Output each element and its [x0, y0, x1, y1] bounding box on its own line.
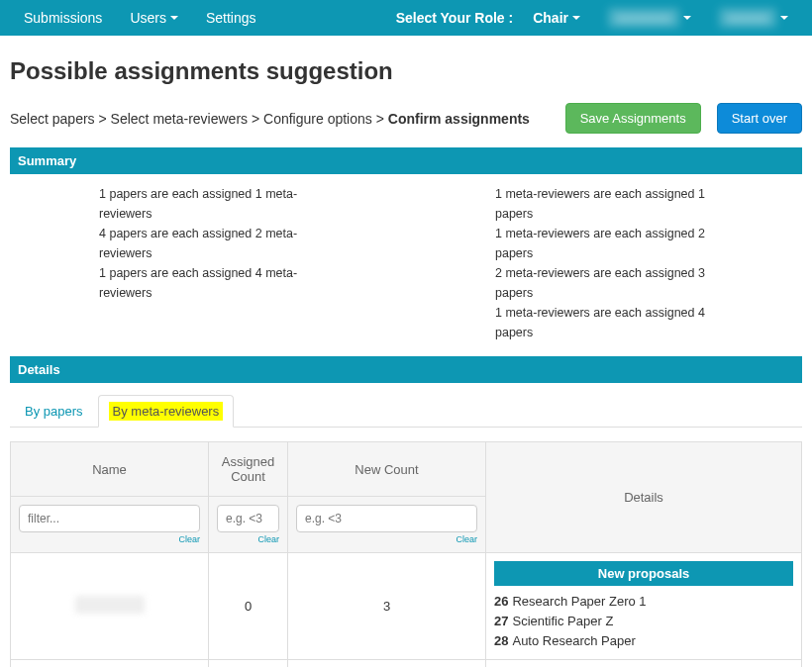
paper-title: Research Paper Zero 1 — [512, 594, 646, 609]
summary-line: 1 papers are each assigned 4 meta-review… — [99, 263, 347, 303]
filter-name-input[interactable] — [19, 505, 200, 532]
paper-line: 26Research Paper Zero 1 — [494, 592, 793, 612]
new-proposals-bar: New proposals — [494, 561, 793, 586]
tab-by-papers[interactable]: By papers — [10, 395, 98, 428]
crumb-select-reviewers[interactable]: Select meta-reviewers — [111, 111, 249, 127]
conference-name: xxxxxxxx — [608, 8, 679, 28]
col-details: Details — [486, 442, 802, 553]
details-cell: New proposals26Research Paper Zero 127Sc… — [486, 553, 802, 660]
summary-body: 1 papers are each assigned 1 meta-review… — [10, 174, 802, 352]
chevron-down-icon — [170, 16, 178, 20]
summary-line: 1 meta-reviewers are each assigned 4 pap… — [495, 303, 743, 342]
filter-new-input[interactable] — [296, 505, 477, 532]
nav-users[interactable]: Users — [116, 2, 192, 34]
tab-by-meta-reviewers[interactable]: By meta-reviewers — [98, 395, 235, 428]
details-cell: New proposals24Research Paper 125Researc… — [486, 660, 802, 668]
crumb-confirm-assignments: Confirm assignments — [388, 111, 530, 127]
role-dropdown[interactable]: Chair — [519, 2, 594, 34]
table-row: 03New proposals26Research Paper Zero 127… — [11, 553, 802, 660]
clear-name-filter[interactable]: Clear — [178, 534, 200, 544]
nav-submissions[interactable]: Submissions — [10, 2, 116, 34]
clear-assigned-filter[interactable]: Clear — [257, 534, 279, 544]
nav-settings[interactable]: Settings — [192, 2, 270, 34]
tabs: By papers By meta-reviewers — [10, 395, 802, 428]
summary-line: 4 papers are each assigned 2 meta-review… — [99, 224, 347, 263]
summary-line: 1 meta-reviewers are each assigned 1 pap… — [495, 184, 743, 224]
clear-new-filter[interactable]: Clear — [456, 534, 477, 544]
summary-line: 1 papers are each assigned 1 meta-review… — [99, 184, 347, 224]
col-assigned-count: Assigned Count — [209, 442, 288, 497]
redacted-name — [75, 596, 145, 614]
paper-number: 26 — [494, 594, 508, 609]
paper-title: Auto Research Paper — [512, 633, 635, 648]
breadcrumb: Select papers > Select meta-reviewers > … — [10, 111, 530, 127]
top-nav: Submissions Users Settings Select Your R… — [0, 0, 812, 36]
paper-title: Scientific Paper Z — [512, 614, 613, 628]
paper-number: 28 — [494, 633, 508, 648]
new-count-cell: 3 — [288, 553, 486, 660]
filter-assigned-input[interactable] — [217, 505, 279, 532]
reviewer-name-cell — [11, 553, 209, 660]
paper-line: 28Auto Research Paper — [494, 631, 793, 651]
summary-header: Summary — [10, 147, 802, 174]
user-dropdown[interactable]: xxxxxx — [705, 0, 802, 36]
crumb-configure-options[interactable]: Configure options — [263, 111, 372, 127]
assigned-count-cell: 0 — [209, 660, 288, 668]
new-count-cell: 4 — [288, 660, 486, 668]
chevron-down-icon — [683, 16, 691, 20]
chevron-down-icon — [780, 16, 788, 20]
reviewer-name-cell: John Doe — [11, 660, 209, 668]
crumb-select-papers[interactable]: Select papers — [10, 111, 95, 127]
start-over-button[interactable]: Start over — [717, 103, 802, 134]
role-value: Chair — [533, 10, 568, 26]
save-assignments-button[interactable]: Save Assignments — [565, 103, 701, 134]
col-new-count: New Count — [288, 442, 486, 497]
chevron-down-icon — [572, 16, 580, 20]
role-label: Select Your Role : — [390, 10, 520, 26]
user-name: xxxxxx — [719, 8, 776, 28]
col-name: Name — [11, 442, 209, 497]
table-row: John Doe04New proposals24Research Paper … — [11, 660, 802, 668]
assigned-count-cell: 0 — [209, 553, 288, 660]
assignments-table: Name Assigned Count New Count Details Cl… — [10, 441, 802, 667]
page-title: Possible assignments suggestion — [10, 57, 802, 85]
conference-dropdown[interactable]: xxxxxxxx — [594, 0, 705, 36]
summary-line: 1 meta-reviewers are each assigned 2 pap… — [495, 224, 743, 263]
paper-line: 27Scientific Paper Z — [494, 612, 793, 631]
paper-number: 27 — [494, 614, 508, 628]
details-header: Details — [10, 356, 802, 383]
tab-by-meta-reviewers-label: By meta-reviewers — [109, 402, 224, 421]
nav-users-label: Users — [130, 10, 166, 26]
summary-line: 2 meta-reviewers are each assigned 3 pap… — [495, 263, 743, 303]
